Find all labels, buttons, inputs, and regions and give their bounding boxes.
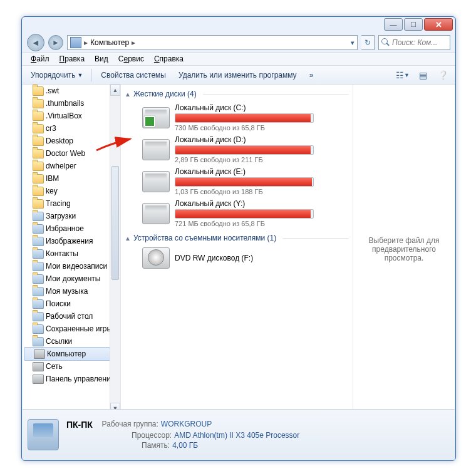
tree-item[interactable]: Компьютер — [24, 347, 119, 361]
scroll-up-button[interactable]: ▲ — [110, 85, 120, 96]
folder-icon — [33, 337, 44, 346]
tree-item[interactable]: Моя музыка — [23, 285, 120, 298]
tree-item[interactable]: Tracing — [23, 197, 120, 210]
tree-item[interactable]: IBM — [23, 172, 120, 185]
minimize-button[interactable]: — — [384, 18, 403, 31]
computer-icon — [70, 37, 81, 48]
organize-button[interactable]: Упорядочить ▼ — [26, 69, 88, 81]
tree-item-label: .swt — [46, 86, 59, 95]
breadcrumb[interactable]: Компьютер — [90, 38, 129, 47]
folder-icon — [33, 137, 44, 146]
back-button[interactable]: ◄ — [27, 34, 44, 51]
drive-item[interactable]: Локальный диск (D:)2,89 ГБ свободно из 2… — [142, 135, 349, 163]
sidebar-scrollbar[interactable]: ▲ ▼ — [110, 85, 120, 414]
titlebar[interactable]: — ☐ ✕ — [22, 17, 455, 33]
tree-item[interactable]: Doctor Web — [23, 147, 120, 160]
hard-drive-icon — [142, 171, 170, 192]
collapse-icon[interactable]: ▲ — [125, 91, 131, 98]
folder-icon — [33, 174, 44, 184]
tree-item[interactable]: Контакты — [23, 247, 120, 260]
refresh-button[interactable]: ↻ — [361, 35, 375, 50]
close-button[interactable]: ✕ — [424, 18, 453, 31]
scroll-thumb[interactable] — [111, 166, 119, 280]
view-mode-button[interactable]: ☷ ▼ — [394, 68, 411, 82]
drive-free-space: 2,89 ГБ свободно из 211 ГБ — [175, 156, 349, 163]
tree-item[interactable]: .swt — [23, 85, 120, 97]
tree-item-label: Мои документы — [46, 274, 100, 283]
tree-item[interactable]: Избранное — [23, 222, 120, 235]
tree-item-label: Сохраненные игры — [46, 324, 112, 333]
menu-tools[interactable]: Сервис — [113, 53, 149, 65]
preview-pane: Выберите файл для предварительного просм… — [353, 85, 455, 414]
uninstall-button[interactable]: Удалить или изменить программу — [173, 69, 302, 81]
forward-button[interactable]: ► — [48, 35, 63, 50]
device-icon — [33, 375, 44, 384]
tree-item[interactable]: .thumbnails — [23, 97, 120, 110]
tree-item[interactable]: Рабочий стол — [23, 310, 120, 323]
tree-item-label: Поиски — [46, 299, 71, 308]
tree-item[interactable]: Мои документы — [23, 272, 120, 285]
tree-item-label: Ссылки — [46, 337, 72, 346]
maximize-button[interactable]: ☐ — [404, 18, 423, 31]
folder-icon — [33, 324, 44, 334]
nav-row: ◄ ► ▸ Компьютер ▸ ▾ ↻ Поиск: Ком... — [22, 33, 455, 52]
toolbar-more[interactable]: » — [304, 69, 319, 81]
collapse-icon[interactable]: ▲ — [125, 235, 131, 242]
menu-edit[interactable]: Правка — [54, 53, 90, 65]
preview-pane-button[interactable]: ▤ — [414, 68, 432, 82]
drive-item[interactable]: Локальный диск (Y:)721 МБ свободно из 65… — [142, 199, 349, 227]
drive-dvd[interactable]: DVD RW дисковод (F:) — [142, 247, 349, 269]
capacity-bar — [175, 209, 314, 219]
folder-icon — [33, 162, 44, 171]
tree-item[interactable]: .VirtualBox — [23, 110, 120, 122]
tree-item-label: Сеть — [46, 362, 63, 371]
search-input[interactable]: Поиск: Ком... — [378, 35, 450, 50]
tree-item-label: Мои видеозаписи — [46, 262, 107, 271]
drive-name: Локальный диск (C:) — [175, 103, 349, 112]
tree-item[interactable]: Ссылки — [23, 335, 120, 348]
folder-icon — [33, 262, 44, 271]
menu-help[interactable]: Справка — [149, 53, 189, 65]
tree-item[interactable]: key — [23, 185, 120, 197]
tree-item[interactable]: dwhelper — [23, 160, 120, 172]
capacity-bar — [175, 177, 314, 187]
folder-icon — [33, 187, 44, 196]
main-view[interactable]: ▲ Жесткие диски (4) Локальный диск (C:)7… — [121, 85, 353, 414]
folder-icon — [33, 249, 44, 259]
tree-item[interactable]: Изображения — [23, 235, 120, 247]
tree-item[interactable]: Панель управления — [23, 373, 120, 385]
group-header-hdd[interactable]: ▲ Жесткие диски (4) — [125, 87, 349, 101]
tree-item[interactable]: Загрузки — [23, 210, 120, 222]
tree-item-label: Tracing — [46, 199, 71, 208]
tree-item[interactable]: Мои видеозаписи — [23, 260, 120, 272]
drive-item[interactable]: Локальный диск (E:)1,03 ГБ свободно из 1… — [142, 167, 349, 195]
statusbar: ПК-ПК Рабочая группа: WORKGROUP Процессо… — [23, 409, 455, 460]
folder-icon — [33, 299, 44, 309]
tree-item[interactable]: cr3 — [23, 122, 120, 135]
address-dropdown[interactable]: ▾ — [351, 39, 354, 47]
tree-item-label: key — [46, 187, 58, 195]
tree-item-label: .VirtualBox — [46, 111, 82, 120]
hard-drive-icon — [142, 203, 170, 224]
tree-item-label: IBM — [46, 174, 59, 183]
tree-item[interactable]: Поиски — [23, 298, 120, 310]
help-button[interactable]: ❔ — [434, 68, 452, 82]
search-placeholder: Поиск: Ком... — [392, 38, 437, 47]
menu-file[interactable]: Файл — [26, 53, 54, 65]
toolbar: Упорядочить ▼ Свойства системы Удалить и… — [22, 66, 455, 85]
system-properties-button[interactable]: Свойства системы — [96, 69, 171, 81]
group-header-removable[interactable]: ▲ Устройства со съемными носителями (1) — [125, 231, 349, 245]
tree-item[interactable]: Сеть — [23, 360, 120, 373]
folder-icon — [33, 149, 44, 158]
address-bar[interactable]: ▸ Компьютер ▸ ▾ — [67, 35, 358, 50]
search-icon — [381, 38, 390, 47]
drive-free-space: 730 МБ свободно из 65,8 ГБ — [175, 124, 349, 132]
drive-item[interactable]: Локальный диск (C:)730 МБ свободно из 65… — [142, 103, 349, 132]
menu-view[interactable]: Вид — [90, 53, 113, 65]
tree-item-label: Избранное — [46, 224, 84, 233]
tree-item[interactable]: Desktop — [23, 135, 120, 147]
breadcrumb-sep[interactable]: ▸ — [132, 38, 135, 47]
capacity-bar — [175, 145, 314, 155]
tree-item[interactable]: Сохраненные игры — [23, 323, 120, 335]
folder-icon — [33, 86, 44, 96]
